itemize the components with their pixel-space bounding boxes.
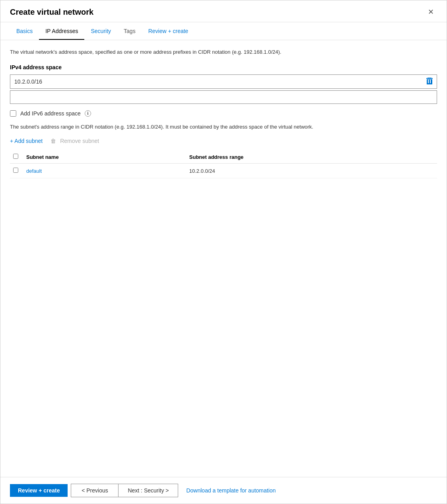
tab-ip-addresses[interactable]: IP Addresses (39, 22, 84, 40)
download-template-link[interactable]: Download a template for automation (186, 487, 276, 494)
trash-icon (426, 77, 433, 84)
tab-basics[interactable]: Basics (10, 22, 39, 40)
ipv4-address-input[interactable] (10, 75, 422, 88)
ipv4-empty-input-row[interactable] (10, 90, 437, 104)
subnet-actions: + Add subnet 🗑 Remove subnet (10, 138, 437, 144)
review-create-button[interactable]: Review + create (10, 484, 68, 497)
subnet-range-cell: 10.2.0.0/24 (186, 164, 437, 178)
dialog-header: Create virtual network ✕ (0, 0, 447, 22)
delete-ipv4-button[interactable] (422, 75, 437, 88)
row-checkbox-cell (10, 164, 23, 178)
col-subnet-range: Subnet address range (186, 150, 437, 164)
create-virtual-network-dialog: Create virtual network ✕ Basics IP Addre… (0, 0, 447, 504)
tab-bar: Basics IP Addresses Security Tags Review… (0, 22, 447, 40)
add-subnet-button[interactable]: + Add subnet (10, 138, 43, 144)
table-row: default 10.2.0.0/24 (10, 164, 437, 178)
footer: Review + create < Previous Next : Securi… (0, 477, 447, 504)
dialog-title: Create virtual network (10, 8, 93, 17)
main-content: The virtual network's address space, spe… (0, 40, 447, 477)
ipv6-checkbox[interactable] (10, 110, 16, 117)
select-all-checkbox[interactable] (13, 154, 18, 159)
remove-subnet-icon: 🗑 (51, 138, 56, 144)
info-icon: ℹ (85, 110, 91, 117)
row-checkbox[interactable] (13, 168, 18, 173)
address-space-description: The virtual network's address space, spe… (10, 48, 437, 56)
select-all-th (10, 150, 23, 164)
subnet-table: Subnet name Subnet address range default… (10, 150, 437, 178)
next-security-button[interactable]: Next : Security > (119, 484, 178, 497)
tab-security[interactable]: Security (84, 22, 117, 40)
ipv6-checkbox-label: Add IPv6 address space (20, 110, 81, 117)
subnet-name-link[interactable]: default (26, 168, 42, 174)
subnet-description: The subnet's address range in CIDR notat… (10, 123, 437, 131)
tab-review-create[interactable]: Review + create (142, 22, 195, 40)
ipv4-new-input[interactable] (10, 91, 437, 104)
col-subnet-name: Subnet name (23, 150, 186, 164)
tab-tags[interactable]: Tags (117, 22, 142, 40)
remove-subnet-button[interactable]: 🗑 Remove subnet (51, 138, 99, 144)
ipv4-section-label: IPv4 address space (10, 64, 437, 70)
ipv4-input-row (10, 74, 437, 89)
previous-button[interactable]: < Previous (71, 484, 119, 497)
ipv6-checkbox-row: Add IPv6 address space ℹ (10, 110, 437, 117)
subnet-name-cell: default (23, 164, 186, 178)
close-button[interactable]: ✕ (425, 7, 437, 17)
